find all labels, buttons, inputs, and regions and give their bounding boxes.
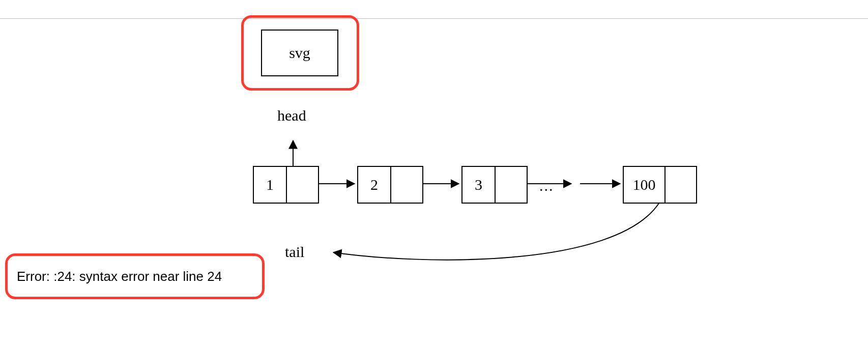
node-value: 100	[624, 167, 666, 203]
list-node-3: 3	[461, 166, 528, 204]
node-value: 2	[358, 167, 391, 203]
head-label: head	[277, 107, 306, 124]
tail-label: tail	[285, 243, 304, 261]
svg-element-box[interactable]: svg	[261, 30, 338, 76]
ellipsis: ...	[539, 177, 554, 194]
list-node-2: 2	[357, 166, 423, 204]
node-value: 3	[462, 167, 496, 203]
node-value: 1	[254, 167, 287, 203]
error-message-box: Error: :24: syntax error near line 24	[5, 253, 265, 299]
horizontal-rule	[0, 18, 868, 19]
list-node-1: 1	[253, 166, 319, 204]
svg-element-label: svg	[289, 44, 310, 62]
error-message-text: Error: :24: syntax error near line 24	[17, 269, 222, 284]
list-node-100: 100	[623, 166, 697, 204]
